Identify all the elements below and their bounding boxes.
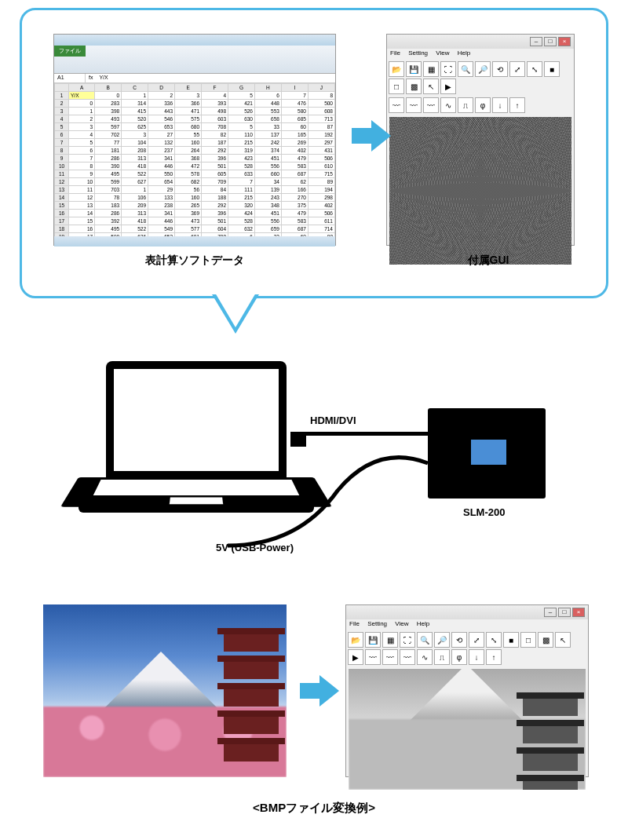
zoom-out-icon[interactable]: 🔎: [434, 632, 450, 648]
wave-red-icon[interactable]: 〰: [365, 649, 381, 665]
checker-icon[interactable]: ▩: [406, 79, 422, 94]
wave-red-icon[interactable]: 〰: [389, 97, 404, 113]
diag-out-icon[interactable]: ⤢: [469, 632, 484, 648]
diag-in-icon[interactable]: ⤡: [527, 61, 542, 77]
file-tab[interactable]: ファイル: [54, 46, 86, 57]
wave-blue-icon[interactable]: 〰: [423, 97, 439, 113]
wave-green-icon[interactable]: 〰: [382, 649, 398, 665]
close-button[interactable]: ×: [572, 608, 585, 617]
diag-in-icon[interactable]: ⤡: [486, 632, 502, 648]
gui-toolbar-1: 📂💾▦⛶🔍🔎⟲⤢⤡■□▩↖▶: [387, 60, 574, 96]
usb-cable: [220, 436, 440, 553]
wave-blue-icon[interactable]: 〰: [400, 649, 415, 665]
maximize-button[interactable]: □: [544, 37, 557, 46]
expand-icon[interactable]: ⛶: [440, 61, 456, 77]
spreadsheet-caption: 表計算ソフトデータ: [124, 254, 265, 268]
minimize-button[interactable]: –: [544, 608, 557, 617]
gui2-menubar: File Setting View Help: [346, 619, 588, 630]
menu-help[interactable]: Help: [417, 620, 429, 627]
grid-icon[interactable]: ▦: [423, 61, 439, 77]
zoom-in-icon[interactable]: 🔍: [458, 61, 473, 77]
phase-icon[interactable]: φ: [475, 97, 491, 113]
zoom-in-icon[interactable]: 🔍: [417, 632, 433, 648]
folder-icon[interactable]: 📂: [348, 632, 363, 648]
sine-icon[interactable]: ∿: [417, 649, 433, 665]
gui-window-output: – □ × File Setting View Help 📂💾▦⛶🔍🔎⟲⤢⤡■□…: [345, 604, 589, 777]
reset-icon[interactable]: ⟲: [492, 61, 508, 77]
reset-icon[interactable]: ⟲: [451, 632, 467, 648]
excel-statusbar: [54, 236, 335, 247]
black-icon[interactable]: ■: [544, 61, 560, 77]
sine-icon[interactable]: ∿: [440, 97, 456, 113]
gui-window: – □ × File Setting View Help 📂💾▦⛶🔍🔎⟲⤢⤡■□…: [386, 34, 575, 246]
gui2-output-canvas[interactable]: [349, 669, 586, 790]
grid-icon[interactable]: ▦: [382, 632, 398, 648]
play-icon[interactable]: ▶: [440, 79, 456, 94]
device-label: SLM-200: [463, 506, 505, 518]
gui-titlebar: – □ ×: [387, 35, 574, 49]
gui-pattern-canvas[interactable]: [389, 117, 571, 265]
arrow-icon: [352, 120, 391, 152]
cursor-icon[interactable]: ↖: [423, 79, 439, 94]
usb-power-label: 5V (USB-Power): [216, 542, 294, 553]
arrow-icon: [300, 675, 339, 707]
phase-icon[interactable]: φ: [451, 649, 467, 665]
play-icon[interactable]: ▶: [348, 649, 363, 665]
excel-titlebar: [54, 35, 335, 46]
gui-toolbar-2: 〰〰〰∿⎍φ↓↑: [387, 96, 574, 115]
bmp-conversion-caption: <BMPファイル変換例>: [0, 801, 628, 816]
menu-setting[interactable]: Setting: [367, 620, 387, 627]
hdmi-label: HDMI/DVI: [310, 415, 356, 426]
gui-menubar: File Setting View Help: [387, 49, 574, 60]
spreadsheet-window: ファイル A1 fx Y/X ABCDEFGHIJ1Y/X01234567820…: [53, 34, 336, 246]
wave-green-icon[interactable]: 〰: [406, 97, 422, 113]
save-icon[interactable]: 💾: [406, 61, 422, 77]
menu-view[interactable]: View: [395, 620, 408, 627]
checker-icon[interactable]: ▩: [538, 632, 553, 648]
menu-file[interactable]: File: [390, 49, 400, 57]
menu-view[interactable]: View: [436, 49, 449, 57]
square-icon[interactable]: ⎍: [434, 649, 450, 665]
close-button[interactable]: ×: [558, 37, 571, 46]
white-icon[interactable]: □: [389, 79, 404, 94]
expand-icon[interactable]: ⛶: [400, 632, 415, 648]
menu-file[interactable]: File: [349, 620, 360, 627]
min-icon[interactable]: ↓: [492, 97, 508, 113]
minimize-button[interactable]: –: [530, 37, 542, 46]
menu-setting[interactable]: Setting: [408, 49, 428, 57]
fx-label: fx: [86, 74, 96, 82]
white-icon[interactable]: □: [520, 632, 536, 648]
cursor-icon[interactable]: ↖: [555, 632, 571, 648]
gui-caption: 付属GUI: [449, 254, 528, 268]
square-icon[interactable]: ⎍: [458, 97, 473, 113]
zoom-out-icon[interactable]: 🔎: [475, 61, 491, 77]
folder-icon[interactable]: 📂: [389, 61, 404, 77]
max-icon[interactable]: ↑: [486, 649, 502, 665]
formula-input[interactable]: Y/X: [96, 74, 111, 82]
slm-device-icon: [428, 408, 546, 499]
min-icon[interactable]: ↓: [469, 649, 484, 665]
diag-out-icon[interactable]: ⤢: [509, 61, 525, 77]
input-bmp-image: [43, 604, 287, 777]
gui2-titlebar: – □ ×: [346, 605, 588, 619]
menu-help[interactable]: Help: [458, 49, 470, 57]
save-icon[interactable]: 💾: [365, 632, 381, 648]
black-icon[interactable]: ■: [503, 632, 519, 648]
max-icon[interactable]: ↑: [509, 97, 525, 113]
software-callout: ファイル A1 fx Y/X ABCDEFGHIJ1Y/X01234567820…: [20, 8, 608, 298]
formula-bar: A1 fx Y/X: [54, 74, 335, 83]
name-box[interactable]: A1: [54, 74, 86, 82]
gui2-toolbar: 📂💾▦⛶🔍🔎⟲⤢⤡■□▩↖▶〰〰〰∿⎍φ↓↑: [346, 630, 588, 667]
excel-ribbon: ファイル: [54, 46, 335, 74]
spreadsheet-grid[interactable]: ABCDEFGHIJ1Y/X01234567820283314336366393…: [54, 83, 335, 236]
maximize-button[interactable]: □: [558, 608, 571, 617]
